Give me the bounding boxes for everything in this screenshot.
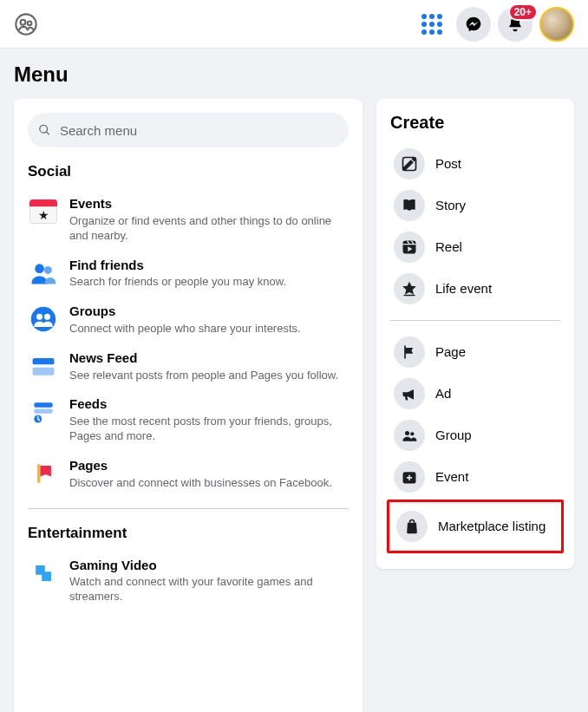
shopping-bag-icon xyxy=(396,511,428,542)
create-item-label: Reel xyxy=(435,239,462,255)
svg-point-4 xyxy=(44,266,52,274)
create-panel: Create Post Story Reel xyxy=(376,99,574,569)
section-social-heading: Social xyxy=(28,163,349,180)
svg-point-2 xyxy=(28,21,32,25)
menu-item-desc: Connect with people who share your inter… xyxy=(69,322,349,336)
notifications-button[interactable]: 20+ xyxy=(498,7,532,42)
svg-point-17 xyxy=(405,431,409,435)
create-reel[interactable]: Reel xyxy=(390,226,560,268)
create-story[interactable]: Story xyxy=(390,185,560,226)
create-page[interactable]: Page xyxy=(390,331,560,373)
search-menu[interactable] xyxy=(28,113,349,147)
create-item-label: Marketplace listing xyxy=(438,519,546,534)
svg-point-1 xyxy=(21,19,26,24)
megaphone-icon xyxy=(394,378,425,409)
menu-item-find-friends[interactable]: Find friends Search for friends or peopl… xyxy=(28,251,349,297)
menu-item-title: Find friends xyxy=(69,258,349,274)
svg-rect-8 xyxy=(33,358,55,364)
create-life-event[interactable]: Life event xyxy=(390,268,560,310)
community-icon xyxy=(14,12,38,36)
news-feed-icon xyxy=(28,350,59,382)
apps-grid-icon xyxy=(421,14,442,35)
menu-item-desc: Watch and connect with your favorite gam… xyxy=(69,575,349,604)
svg-rect-15 xyxy=(403,241,416,254)
menu-item-title: Events xyxy=(69,196,349,212)
menu-item-desc: Organize or find events and other things… xyxy=(69,214,349,244)
menu-item-desc: Discover and connect with businesses on … xyxy=(69,476,349,491)
section-entertainment-heading: Entertainment xyxy=(28,525,349,542)
create-heading: Create xyxy=(390,113,560,133)
create-item-label: Post xyxy=(435,156,461,172)
svg-point-18 xyxy=(410,432,414,435)
menu-item-news-feed[interactable]: News Feed See relevant posts from people… xyxy=(28,343,349,390)
svg-point-5 xyxy=(31,307,56,331)
divider xyxy=(28,508,349,509)
menu-item-title: Groups xyxy=(69,304,349,320)
menu-item-events[interactable]: ★ Events Organize or find events and oth… xyxy=(28,189,349,251)
group-icon xyxy=(394,420,425,451)
events-icon: ★ xyxy=(28,196,59,227)
menu-item-title: Gaming Video xyxy=(69,558,349,574)
gaming-video-icon xyxy=(28,558,59,589)
svg-rect-13 xyxy=(37,464,41,482)
messenger-icon xyxy=(465,16,482,33)
top-bar: 20+ xyxy=(0,0,588,49)
svg-rect-9 xyxy=(33,368,55,376)
search-icon xyxy=(38,123,51,137)
create-item-label: Page xyxy=(435,344,466,360)
book-icon xyxy=(394,190,425,221)
edit-icon xyxy=(394,148,425,180)
apps-menu-button[interactable] xyxy=(415,7,449,42)
create-marketplace-listing[interactable]: Marketplace listing xyxy=(393,506,558,547)
svg-point-3 xyxy=(35,264,44,273)
feeds-icon xyxy=(28,396,59,428)
divider xyxy=(390,320,560,321)
highlight-marketplace: Marketplace listing xyxy=(387,500,564,553)
notification-badge: 20+ xyxy=(508,3,538,21)
create-item-label: Ad xyxy=(435,386,451,402)
messenger-button[interactable] xyxy=(456,7,491,42)
menu-panel: Social ★ Events Organize or find events … xyxy=(14,99,363,712)
menu-item-feeds[interactable]: Feeds See the most recent posts from you… xyxy=(28,389,349,451)
menu-item-title: Pages xyxy=(69,458,349,474)
calendar-plus-icon xyxy=(394,461,425,493)
menu-item-groups[interactable]: Groups Connect with people who share you… xyxy=(28,297,349,343)
star-icon xyxy=(394,273,425,304)
svg-rect-11 xyxy=(34,409,52,414)
svg-rect-16 xyxy=(403,295,415,297)
menu-item-title: News Feed xyxy=(69,350,349,367)
create-item-label: Life event xyxy=(435,281,492,297)
create-ad[interactable]: Ad xyxy=(390,373,560,415)
create-post[interactable]: Post xyxy=(390,143,560,185)
menu-item-title: Feeds xyxy=(69,396,349,413)
svg-rect-10 xyxy=(34,403,52,408)
menu-item-gaming-video[interactable]: Gaming Video Watch and connect with your… xyxy=(28,551,349,612)
create-event[interactable]: Event xyxy=(390,456,560,498)
create-group[interactable]: Group xyxy=(390,415,560,456)
flag-icon xyxy=(394,336,425,368)
page-title: Menu xyxy=(14,62,574,87)
menu-item-desc: Search for friends or people you may kno… xyxy=(69,275,349,290)
avatar[interactable] xyxy=(539,7,574,42)
find-friends-icon xyxy=(28,258,59,289)
groups-icon xyxy=(28,304,59,335)
menu-item-desc: See the most recent posts from your frie… xyxy=(69,415,349,444)
create-item-label: Story xyxy=(435,198,466,213)
svg-point-6 xyxy=(36,314,42,320)
search-input[interactable] xyxy=(58,122,338,139)
svg-point-7 xyxy=(44,314,50,320)
create-item-label: Event xyxy=(435,469,468,485)
pages-icon xyxy=(28,458,59,489)
menu-item-pages[interactable]: Pages Discover and connect with business… xyxy=(28,451,349,498)
create-item-label: Group xyxy=(435,428,472,443)
menu-item-desc: See relevant posts from people and Pages… xyxy=(69,369,349,383)
svg-point-0 xyxy=(16,14,36,34)
reel-icon xyxy=(394,232,425,263)
